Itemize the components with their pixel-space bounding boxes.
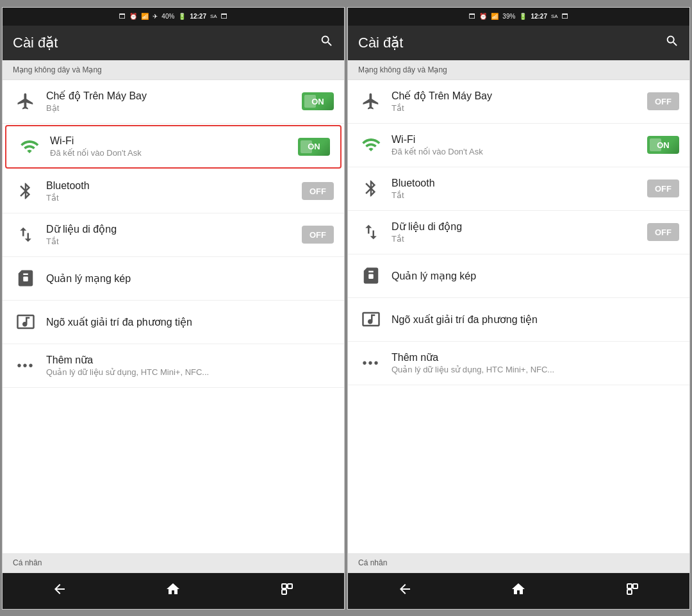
settings-item-wifi[interactable]: Wi-Fi Đã kết nối vào Don't Ask ON	[348, 124, 689, 167]
media-output-text: Ngõ xuất giải trí đa phương tiện	[391, 313, 679, 326]
settings-item-dual-sim[interactable]: Quản lý mạng kép	[348, 254, 689, 298]
settings-item-mobile-data[interactable]: Dữ liệu di động Tắt OFF	[348, 211, 689, 254]
settings-item-bluetooth[interactable]: Bluetooth Tắt OFF	[3, 170, 344, 213]
mobile-data-toggle[interactable]: OFF	[302, 226, 334, 244]
svg-rect-0	[282, 584, 286, 588]
wifi-icon	[358, 132, 384, 158]
phone-1: 🗖 ⏰ 📶 39% 🔋 12:27 SA 🗖 Cài đặt Mạng khôn…	[347, 7, 690, 610]
dots-icon: •••	[13, 353, 38, 378]
more-title: Thêm nữa	[391, 351, 679, 363]
wifi-text: Wi-Fi Đã kết nối vào Don't Ask	[50, 135, 298, 158]
section-header-network: Mạng không dây và Mạng	[3, 60, 344, 80]
settings-item-wifi[interactable]: Wi-Fi Đã kết nối vào Don't Ask ON	[5, 125, 342, 169]
settings-item-dual-sim[interactable]: Quản lý mạng kép	[3, 257, 344, 301]
bluetooth-subtitle: Tắt	[46, 193, 302, 203]
recent-apps-button[interactable]	[267, 576, 308, 606]
settings-list: Chế độ Trên Máy Bay Tắt OFF Wi-Fi Đã kết…	[348, 80, 689, 553]
back-button[interactable]	[384, 576, 425, 606]
dots-icon: •••	[358, 350, 384, 376]
status-ampm: SA	[210, 13, 217, 19]
status-sim-icon: 🗖	[119, 13, 126, 20]
status-sim-icon: 🗖	[469, 13, 475, 20]
airplane-mode-title: Chế độ Trên Máy Bay	[391, 90, 647, 102]
more-title: Thêm nữa	[46, 354, 334, 366]
status-battery-pct: 39%	[502, 13, 515, 20]
mobile-data-title: Dữ liệu di động	[46, 223, 302, 235]
settings-item-mobile-data[interactable]: Dữ liệu di động Tắt OFF	[3, 213, 344, 257]
status-alarm-icon: ⏰	[129, 13, 137, 20]
more-text: Thêm nữa Quản lý dữ liệu sử dụng, HTC Mi…	[391, 351, 679, 374]
phones-container: 🗖 ⏰ 📶 ✈ 40% 🔋 12:27 SA 🗖 Cài đặt Mạng kh…	[2, 7, 690, 610]
airplane-mode-subtitle: Bật	[46, 103, 302, 113]
airplane-icon	[358, 88, 384, 114]
bluetooth-toggle[interactable]: OFF	[302, 182, 334, 200]
svg-rect-2	[282, 590, 286, 594]
svg-rect-1	[288, 584, 292, 588]
status-battery-icon: 🔋	[519, 13, 527, 20]
sim-icon	[358, 263, 384, 288]
wifi-toggle[interactable]: ON	[647, 136, 679, 154]
bluetooth-title: Bluetooth	[46, 180, 302, 192]
page-title: Cài đặt	[358, 35, 665, 51]
status-battery-icon: 🔋	[178, 13, 186, 20]
bluetooth-text: Bluetooth Tắt	[391, 178, 647, 200]
dual-sim-text: Quản lý mạng kép	[46, 272, 334, 285]
airplane-mode-text: Chế độ Trên Máy Bay Tắt	[391, 90, 647, 113]
wifi-toggle[interactable]: ON	[298, 138, 330, 156]
status-screen-icon: 🗖	[221, 13, 227, 20]
mobile-data-text: Dữ liệu di động Tắt	[46, 223, 302, 246]
airplane-mode-toggle[interactable]: OFF	[647, 92, 679, 110]
settings-item-more[interactable]: ••• Thêm nữa Quản lý dữ liệu sử dụng, HT…	[348, 342, 689, 385]
airplane-mode-title: Chế độ Trên Máy Bay	[46, 90, 302, 102]
media-output-title: Ngõ xuất giải trí đa phương tiện	[46, 316, 334, 328]
bottom-nav	[348, 573, 689, 609]
back-button[interactable]	[39, 576, 80, 606]
mobile-data-text: Dữ liệu di động Tắt	[391, 221, 647, 244]
section-footer-personal: Cá nhân	[348, 553, 689, 573]
svg-rect-5	[627, 590, 632, 594]
search-button[interactable]	[320, 34, 334, 51]
airplane-icon	[13, 88, 38, 114]
home-button[interactable]	[498, 576, 539, 606]
home-button[interactable]	[152, 576, 194, 606]
data-icon	[13, 222, 38, 247]
bottom-nav	[3, 573, 344, 609]
recent-apps-button[interactable]	[612, 576, 653, 606]
search-button[interactable]	[665, 34, 679, 51]
settings-item-airplane-mode[interactable]: Chế độ Trên Máy Bay Bật ON	[3, 80, 344, 124]
status-bar: 🗖 ⏰ 📶 39% 🔋 12:27 SA 🗖	[348, 8, 689, 26]
status-battery-pct: 40%	[161, 13, 174, 20]
mobile-data-title: Dữ liệu di động	[391, 221, 647, 233]
settings-item-bluetooth[interactable]: Bluetooth Tắt OFF	[348, 167, 689, 211]
wifi-subtitle: Đã kết nối vào Don't Ask	[50, 148, 298, 158]
mobile-data-subtitle: Tắt	[46, 237, 302, 246]
status-screen-icon: 🗖	[562, 13, 568, 20]
media-icon	[358, 306, 384, 332]
settings-item-media-output[interactable]: Ngõ xuất giải trí đa phương tiện	[3, 301, 344, 344]
airplane-mode-subtitle: Tắt	[391, 103, 647, 113]
more-subtitle: Quản lý dữ liệu sử dụng, HTC Mini+, NFC.…	[391, 365, 679, 374]
mobile-data-toggle[interactable]: OFF	[647, 223, 679, 241]
more-text: Thêm nữa Quản lý dữ liệu sử dụng, HTC Mi…	[46, 354, 334, 377]
airplane-mode-toggle[interactable]: ON	[302, 92, 334, 110]
status-bar: 🗖 ⏰ 📶 ✈ 40% 🔋 12:27 SA 🗖	[3, 8, 344, 26]
status-time: 12:27	[531, 13, 547, 20]
bluetooth-subtitle: Tắt	[391, 190, 647, 200]
media-icon	[13, 309, 38, 335]
more-dots-icon: •••	[362, 356, 379, 370]
section-header-network: Mạng không dây và Mạng	[348, 60, 689, 80]
settings-item-airplane-mode[interactable]: Chế độ Trên Máy Bay Tắt OFF	[348, 80, 689, 124]
dual-sim-text: Quản lý mạng kép	[391, 270, 679, 282]
wifi-subtitle: Đã kết nối vào Don't Ask	[391, 147, 647, 156]
status-time: 12:27	[190, 13, 206, 20]
settings-item-more[interactable]: ••• Thêm nữa Quản lý dữ liệu sử dụng, HT…	[3, 344, 344, 388]
wifi-title: Wi-Fi	[391, 134, 647, 146]
dual-sim-title: Quản lý mạng kép	[391, 270, 679, 282]
bluetooth-title: Bluetooth	[391, 178, 647, 189]
bluetooth-toggle[interactable]: OFF	[647, 179, 679, 197]
wifi-text: Wi-Fi Đã kết nối vào Don't Ask	[391, 134, 647, 156]
section-footer-personal: Cá nhân	[3, 553, 344, 573]
settings-item-media-output[interactable]: Ngõ xuất giải trí đa phương tiện	[348, 298, 689, 342]
bluetooth-text: Bluetooth Tắt	[46, 180, 302, 203]
wifi-icon	[17, 134, 42, 160]
